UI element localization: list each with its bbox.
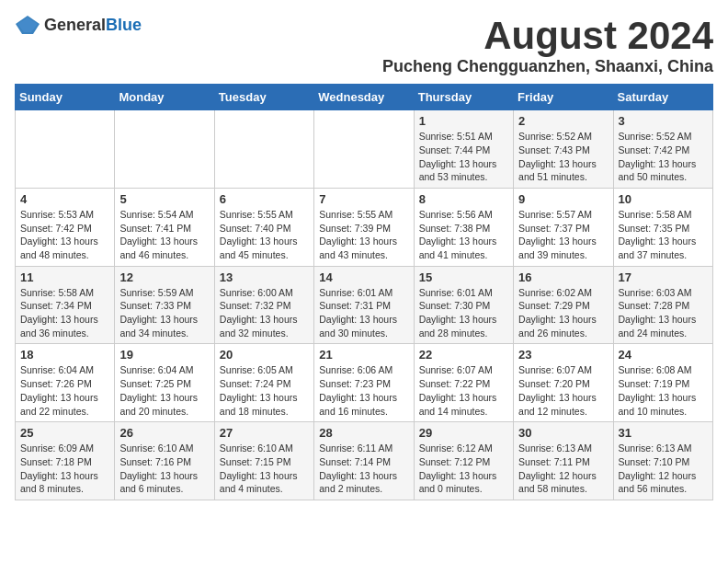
calendar-week-row: 25Sunrise: 6:09 AM Sunset: 7:18 PM Dayli… [16, 422, 713, 500]
logo-blue: Blue [106, 16, 142, 35]
calendar-cell: 9Sunrise: 5:57 AM Sunset: 7:37 PM Daylig… [514, 188, 613, 266]
calendar-cell [16, 110, 115, 189]
calendar-cell: 20Sunrise: 6:05 AM Sunset: 7:24 PM Dayli… [214, 344, 313, 422]
day-number: 9 [518, 192, 608, 206]
day-info: Sunrise: 6:07 AM Sunset: 7:20 PM Dayligh… [518, 363, 608, 418]
calendar-cell [115, 110, 214, 189]
day-number: 20 [220, 348, 309, 362]
calendar-cell: 10Sunrise: 5:58 AM Sunset: 7:35 PM Dayli… [613, 188, 712, 266]
calendar-cell: 13Sunrise: 6:00 AM Sunset: 7:32 PM Dayli… [214, 266, 313, 344]
day-number: 25 [20, 426, 109, 440]
day-info: Sunrise: 6:12 AM Sunset: 7:12 PM Dayligh… [419, 442, 508, 496]
day-number: 6 [220, 192, 309, 206]
calendar-week-row: 18Sunrise: 6:04 AM Sunset: 7:26 PM Dayli… [16, 344, 713, 422]
page-subtitle: Pucheng Chengguanzhen, Shaanxi, China [382, 57, 713, 76]
weekday-header-saturday: Saturday [613, 85, 712, 110]
weekday-header-row: SundayMondayTuesdayWednesdayThursdayFrid… [16, 85, 713, 110]
day-info: Sunrise: 5:58 AM Sunset: 7:35 PM Dayligh… [619, 208, 708, 262]
day-info: Sunrise: 6:07 AM Sunset: 7:22 PM Dayligh… [419, 363, 508, 418]
calendar-cell: 25Sunrise: 6:09 AM Sunset: 7:18 PM Dayli… [16, 422, 115, 500]
day-number: 28 [319, 426, 408, 440]
day-number: 5 [119, 192, 209, 206]
day-number: 8 [419, 192, 508, 206]
day-info: Sunrise: 5:55 AM Sunset: 7:39 PM Dayligh… [319, 208, 408, 262]
calendar-table: SundayMondayTuesdayWednesdayThursdayFrid… [15, 84, 713, 500]
logo-text: General Blue [44, 16, 142, 35]
day-info: Sunrise: 6:10 AM Sunset: 7:16 PM Dayligh… [119, 442, 209, 496]
calendar-cell: 28Sunrise: 6:11 AM Sunset: 7:14 PM Dayli… [314, 422, 414, 500]
calendar-cell: 6Sunrise: 5:55 AM Sunset: 7:40 PM Daylig… [214, 188, 313, 266]
calendar-week-row: 4Sunrise: 5:53 AM Sunset: 7:42 PM Daylig… [16, 188, 713, 266]
calendar-cell: 24Sunrise: 6:08 AM Sunset: 7:19 PM Dayli… [613, 344, 712, 422]
day-number: 17 [619, 270, 708, 284]
day-info: Sunrise: 5:55 AM Sunset: 7:40 PM Dayligh… [220, 208, 309, 262]
day-number: 3 [619, 114, 708, 128]
day-number: 19 [119, 348, 209, 362]
calendar-cell: 15Sunrise: 6:01 AM Sunset: 7:30 PM Dayli… [414, 266, 513, 344]
header: General Blue August 2024 Pucheng Chenggu… [15, 15, 713, 76]
day-number: 26 [119, 426, 209, 440]
calendar-cell: 26Sunrise: 6:10 AM Sunset: 7:16 PM Dayli… [115, 422, 214, 500]
calendar-cell: 21Sunrise: 6:06 AM Sunset: 7:23 PM Dayli… [314, 344, 414, 422]
calendar-week-row: 1Sunrise: 5:51 AM Sunset: 7:44 PM Daylig… [16, 110, 713, 189]
day-number: 23 [518, 348, 608, 362]
calendar-cell: 12Sunrise: 5:59 AM Sunset: 7:33 PM Dayli… [115, 266, 214, 344]
logo-general: General [44, 16, 106, 35]
day-number: 10 [619, 192, 708, 206]
day-info: Sunrise: 5:53 AM Sunset: 7:42 PM Dayligh… [20, 208, 109, 262]
calendar-cell [214, 110, 313, 189]
calendar-cell: 16Sunrise: 6:02 AM Sunset: 7:29 PM Dayli… [514, 266, 613, 344]
day-number: 12 [119, 270, 209, 284]
day-number: 7 [319, 192, 408, 206]
weekday-header-friday: Friday [514, 85, 613, 110]
day-number: 15 [419, 270, 508, 284]
title-area: August 2024 Pucheng Chengguanzhen, Shaan… [382, 15, 713, 76]
day-info: Sunrise: 5:59 AM Sunset: 7:33 PM Dayligh… [119, 286, 209, 340]
calendar-cell: 30Sunrise: 6:13 AM Sunset: 7:11 PM Dayli… [514, 422, 613, 500]
day-info: Sunrise: 5:54 AM Sunset: 7:41 PM Dayligh… [119, 208, 209, 262]
day-info: Sunrise: 6:04 AM Sunset: 7:25 PM Dayligh… [119, 363, 209, 418]
day-number: 24 [619, 348, 708, 362]
day-number: 2 [518, 114, 608, 128]
day-info: Sunrise: 6:06 AM Sunset: 7:23 PM Dayligh… [319, 363, 408, 418]
logo-icon [15, 15, 40, 35]
calendar-cell: 2Sunrise: 5:52 AM Sunset: 7:43 PM Daylig… [514, 110, 613, 189]
day-info: Sunrise: 6:11 AM Sunset: 7:14 PM Dayligh… [319, 442, 408, 496]
weekday-header-sunday: Sunday [16, 85, 115, 110]
day-info: Sunrise: 5:56 AM Sunset: 7:38 PM Dayligh… [419, 208, 508, 262]
calendar-cell [314, 110, 414, 189]
day-number: 13 [220, 270, 309, 284]
calendar-cell: 11Sunrise: 5:58 AM Sunset: 7:34 PM Dayli… [16, 266, 115, 344]
calendar-cell: 19Sunrise: 6:04 AM Sunset: 7:25 PM Dayli… [115, 344, 214, 422]
calendar-cell: 23Sunrise: 6:07 AM Sunset: 7:20 PM Dayli… [514, 344, 613, 422]
day-info: Sunrise: 5:52 AM Sunset: 7:42 PM Dayligh… [619, 130, 708, 184]
day-number: 1 [419, 114, 508, 128]
weekday-header-wednesday: Wednesday [314, 85, 414, 110]
calendar-cell: 3Sunrise: 5:52 AM Sunset: 7:42 PM Daylig… [613, 110, 712, 189]
calendar-cell: 5Sunrise: 5:54 AM Sunset: 7:41 PM Daylig… [115, 188, 214, 266]
calendar-cell: 29Sunrise: 6:12 AM Sunset: 7:12 PM Dayli… [414, 422, 513, 500]
day-number: 30 [518, 426, 608, 440]
calendar-cell: 1Sunrise: 5:51 AM Sunset: 7:44 PM Daylig… [414, 110, 513, 189]
day-info: Sunrise: 6:05 AM Sunset: 7:24 PM Dayligh… [220, 363, 309, 418]
day-number: 11 [20, 270, 109, 284]
day-info: Sunrise: 6:10 AM Sunset: 7:15 PM Dayligh… [220, 442, 309, 496]
weekday-header-thursday: Thursday [414, 85, 513, 110]
calendar-cell: 14Sunrise: 6:01 AM Sunset: 7:31 PM Dayli… [314, 266, 414, 344]
calendar-cell: 17Sunrise: 6:03 AM Sunset: 7:28 PM Dayli… [613, 266, 712, 344]
calendar-cell: 27Sunrise: 6:10 AM Sunset: 7:15 PM Dayli… [214, 422, 313, 500]
day-number: 18 [20, 348, 109, 362]
calendar-cell: 7Sunrise: 5:55 AM Sunset: 7:39 PM Daylig… [314, 188, 414, 266]
day-info: Sunrise: 5:52 AM Sunset: 7:43 PM Dayligh… [518, 130, 608, 184]
calendar-week-row: 11Sunrise: 5:58 AM Sunset: 7:34 PM Dayli… [16, 266, 713, 344]
calendar-cell: 31Sunrise: 6:13 AM Sunset: 7:10 PM Dayli… [613, 422, 712, 500]
logo: General Blue [15, 15, 142, 35]
day-info: Sunrise: 5:58 AM Sunset: 7:34 PM Dayligh… [20, 286, 109, 340]
day-number: 29 [419, 426, 508, 440]
day-number: 4 [20, 192, 109, 206]
day-info: Sunrise: 6:09 AM Sunset: 7:18 PM Dayligh… [20, 442, 109, 496]
day-number: 27 [220, 426, 309, 440]
day-info: Sunrise: 6:08 AM Sunset: 7:19 PM Dayligh… [619, 363, 708, 418]
day-info: Sunrise: 6:00 AM Sunset: 7:32 PM Dayligh… [220, 286, 309, 340]
day-number: 21 [319, 348, 408, 362]
